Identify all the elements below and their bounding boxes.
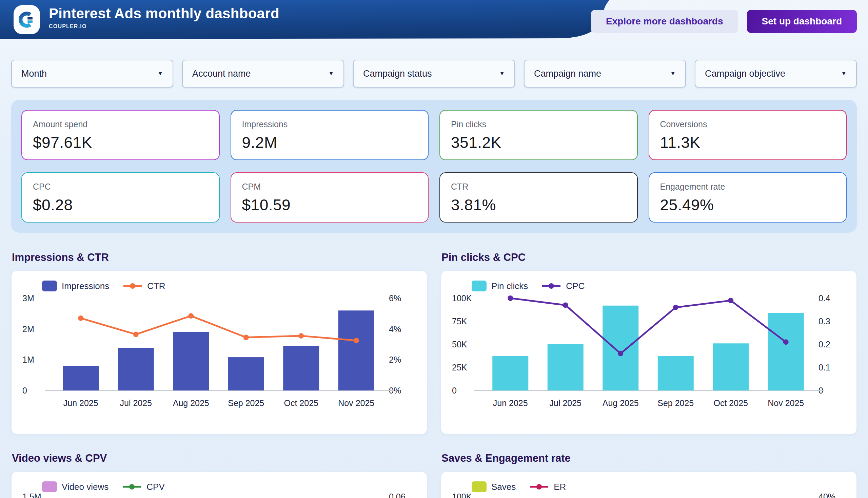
chart-title-impressions-ctr: Impressions & CTR xyxy=(12,251,427,264)
kpi-value: 25.49% xyxy=(660,196,846,214)
kpi-card-cpc: CPC $0.28 xyxy=(21,172,220,223)
month-filter-label: Month xyxy=(21,68,47,79)
kpi-card-engagement-rate: Engagement rate 25.49% xyxy=(649,172,847,223)
right-axis-tick-label: 0.1 xyxy=(818,363,830,372)
kpi-value: 11.3K xyxy=(660,133,846,152)
chart-title-video-views-cpv: Video views & CPV xyxy=(12,452,427,465)
chevron-down-icon: ▼ xyxy=(841,70,847,77)
legend-line-swatch-icon xyxy=(123,283,143,289)
legend-item-line: CPV xyxy=(122,482,164,492)
title-block: Pinterest Ads monthly dashboard COUPLER.… xyxy=(49,5,279,29)
line-point-Sep 2025 xyxy=(243,335,249,340)
legend-item-bar: Impressions xyxy=(42,280,109,291)
kpi-label: Amount spend xyxy=(33,119,219,129)
campaign-objective-filter-label: Campaign objective xyxy=(705,68,785,79)
chart-legend: SavesER xyxy=(451,481,847,493)
bar-Sep 2025 xyxy=(228,357,264,391)
line-point-Jul 2025 xyxy=(563,302,568,308)
right-axis-tick-label: 0.06 xyxy=(389,492,405,498)
filter-bar: Month ▼ Account name ▼ Campaign status ▼… xyxy=(11,60,857,88)
x-axis-category-label: Oct 2025 xyxy=(714,398,748,408)
kpi-label: CPM xyxy=(242,182,428,192)
kpi-value: 9.2M xyxy=(242,133,428,152)
legend-label: Pin clicks xyxy=(491,281,528,291)
x-axis-category-label: Sep 2025 xyxy=(657,398,694,408)
left-axis-tick-label: 3M xyxy=(22,293,34,303)
left-axis-tick-label: 1M xyxy=(22,355,34,364)
bar-Jul 2025 xyxy=(548,344,584,391)
chevron-down-icon: ▼ xyxy=(328,70,334,77)
chart-legend: Pin clicksCPC xyxy=(451,280,847,292)
chart-legend: ImpressionsCTR xyxy=(21,280,417,292)
kpi-label: CPC xyxy=(33,182,219,192)
page-title: Pinterest Ads monthly dashboard xyxy=(49,5,279,22)
saves-er-chart-card: SavesER 100K40% xyxy=(441,472,857,498)
legend-line-swatch-icon xyxy=(529,483,549,490)
right-axis-tick-label: 40% xyxy=(818,492,836,498)
kpi-card-conversions: Conversions 11.3K xyxy=(649,110,847,160)
line-point-Oct 2025 xyxy=(298,333,304,339)
legend-label: CPC xyxy=(566,281,585,291)
campaign-name-filter-dropdown[interactable]: Campaign name ▼ xyxy=(524,60,686,88)
campaign-objective-filter-dropdown[interactable]: Campaign objective ▼ xyxy=(695,60,857,88)
x-axis-category-label: Nov 2025 xyxy=(338,398,374,408)
kpi-label: Impressions xyxy=(242,119,428,129)
bar-Nov 2025 xyxy=(338,311,374,391)
left-axis-tick-label: 0 xyxy=(452,386,457,395)
legend-line-swatch-icon xyxy=(122,483,142,490)
line-point-Oct 2025 xyxy=(728,298,733,303)
chart-plot: 01M2M3M0%2%4%6%Jun 2025Jul 2025Aug 2025S… xyxy=(21,293,417,416)
charts-row-2: Video views & CPV Video viewsCPV 1.5M0.0… xyxy=(11,434,857,498)
left-axis-tick-label: 1.5M xyxy=(22,492,41,498)
right-axis-tick-label: 2% xyxy=(389,355,401,364)
right-axis-tick-label: 6% xyxy=(389,293,401,303)
x-axis-category-label: Nov 2025 xyxy=(767,398,804,408)
explore-more-dashboards-button[interactable]: Explore more dashboards xyxy=(591,10,738,33)
legend-bar-swatch-icon xyxy=(472,280,486,291)
line-point-Aug 2025 xyxy=(188,313,193,318)
line-point-Jul 2025 xyxy=(133,332,139,337)
bar-Oct 2025 xyxy=(713,343,749,391)
kpi-panel: Amount spend $97.61K Impressions 9.2M Pi… xyxy=(11,100,857,233)
legend-label: Video views xyxy=(62,482,108,492)
bar-Oct 2025 xyxy=(283,346,319,391)
left-axis-tick-label: 2M xyxy=(22,324,34,334)
month-filter-dropdown[interactable]: Month ▼ xyxy=(11,60,173,88)
legend-line-swatch-icon xyxy=(542,283,561,289)
campaign-status-filter-dropdown[interactable]: Campaign status ▼ xyxy=(353,60,515,88)
bar-Jun 2025 xyxy=(63,366,99,391)
chevron-down-icon: ▼ xyxy=(499,70,505,77)
kpi-card-amount-spend: Amount spend $97.61K xyxy=(21,110,220,160)
kpi-label: CTR xyxy=(451,182,637,192)
legend-label: CPV xyxy=(146,482,164,492)
legend-label: CTR xyxy=(147,281,165,291)
x-axis-category-label: Jul 2025 xyxy=(549,398,582,408)
video-views-cpv-chart-card: Video viewsCPV 1.5M0.06 xyxy=(11,472,427,498)
line-point-Nov 2025 xyxy=(353,338,359,343)
bar-Jun 2025 xyxy=(492,356,528,391)
left-axis-tick-label: 50K xyxy=(452,340,467,349)
kpi-label: Pin clicks xyxy=(451,119,637,129)
bar-Sep 2025 xyxy=(658,356,694,391)
set-up-dashboard-button[interactable]: Set up dashboard xyxy=(747,10,857,33)
kpi-value: $10.59 xyxy=(242,196,428,214)
kpi-card-cpm: CPM $10.59 xyxy=(230,172,429,223)
line-series xyxy=(81,316,356,341)
impressions-ctr-section: Impressions & CTR ImpressionsCTR 01M2M3M… xyxy=(11,233,427,434)
bar-Aug 2025 xyxy=(602,306,639,391)
bar-Aug 2025 xyxy=(173,332,209,391)
legend-item-bar: Saves xyxy=(472,481,516,492)
chart-title-saves-er: Saves & Engagement rate xyxy=(441,452,857,465)
line-point-Aug 2025 xyxy=(618,351,623,356)
account-name-filter-dropdown[interactable]: Account name ▼ xyxy=(182,60,344,88)
coupler-logo-icon xyxy=(18,11,36,29)
line-point-Nov 2025 xyxy=(783,339,789,345)
legend-label: ER xyxy=(554,482,566,492)
chart-plot: 025K50K75K100K00.10.20.30.4Jun 2025Jul 2… xyxy=(451,293,847,416)
kpi-value: 351.2K xyxy=(451,133,637,152)
bar-Nov 2025 xyxy=(768,313,804,391)
bar-Jul 2025 xyxy=(118,348,154,391)
header: Pinterest Ads monthly dashboard COUPLER.… xyxy=(0,0,868,39)
kpi-card-impressions: Impressions 9.2M xyxy=(230,110,429,160)
kpi-value: 3.81% xyxy=(451,196,637,214)
